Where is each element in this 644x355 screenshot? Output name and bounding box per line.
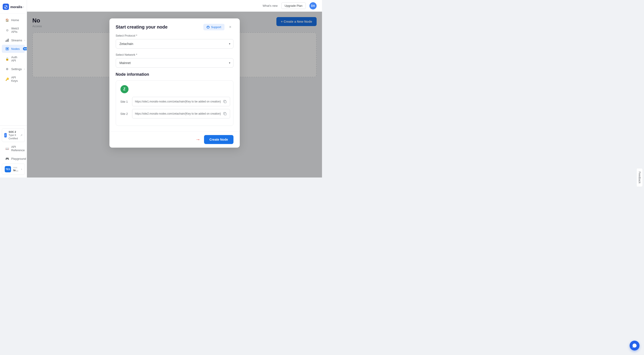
modal-header-actions: Support × [203, 24, 234, 30]
project-avatar: TES [5, 166, 11, 172]
project-chevron-icon: › [21, 168, 22, 171]
network-field: Select Network * Mainnet Testnet ▾ [116, 53, 234, 68]
node-info-title: Node information [116, 72, 234, 77]
protocol-select-wrapper: Zetachain Ethereum Polygon Binance Smart… [116, 39, 234, 48]
soc2-subtitle: Type II Certified [8, 134, 18, 140]
settings-icon: ⚙ [6, 67, 9, 71]
brand-name: moralis [10, 5, 22, 9]
svg-rect-10 [224, 113, 226, 115]
site1-label: Site 1 [120, 100, 130, 103]
modal-close-button[interactable]: × [227, 24, 234, 30]
project-name: test_project [13, 169, 19, 172]
auth-api-icon: 🔒 [6, 57, 9, 61]
support-label: Support [211, 26, 221, 29]
network-label: Select Network * [116, 53, 234, 56]
api-keys-icon: 🔑 [6, 77, 9, 81]
network-select[interactable]: Mainnet Testnet [116, 58, 234, 68]
copy-icon [223, 100, 227, 103]
protocol-label: Select Protocol * [116, 34, 234, 37]
sidebar-item-auth-api-label: Auth API [11, 56, 21, 62]
modal-title: Start creating your node [116, 24, 168, 30]
main-content: What's new Upgrade Plan DA No Access + C… [27, 0, 322, 178]
sidebar-item-settings-label: Settings [11, 68, 22, 71]
soc2-badge[interactable]: ✓ SOC 2 Type II Certified ↗ [2, 128, 25, 142]
svg-rect-7 [207, 27, 208, 28]
copy-icon-2 [223, 112, 227, 116]
home-icon: 🏠 [6, 18, 9, 22]
svg-rect-1 [6, 40, 6, 42]
nodes-icon [6, 47, 9, 50]
protocol-field: Select Protocol * Zetachain Ethereum Pol… [116, 34, 234, 48]
sidebar-item-api-reference[interactable]: 📖 API Reference [2, 143, 25, 154]
logo[interactable]: moralis [3, 4, 22, 10]
sidebar: moralis ‹ 🏠 Home ⊙ Web3 APIs Streams › N… [0, 0, 27, 178]
streams-chevron-icon: › [24, 39, 25, 42]
streams-icon [6, 38, 9, 42]
svg-rect-8 [209, 27, 209, 28]
site2-label: Site 2 [120, 112, 130, 116]
support-button[interactable]: Support [203, 24, 224, 30]
svg-rect-2 [7, 40, 8, 42]
protocol-select[interactable]: Zetachain Ethereum Polygon Binance Smart… [116, 39, 234, 48]
sidebar-item-web3-apis[interactable]: ⊙ Web3 APIs [2, 24, 25, 36]
playground-icon: 🎮 [6, 157, 9, 160]
sidebar-item-home-label: Home [11, 18, 19, 22]
whats-new-link[interactable]: What's new [263, 4, 278, 8]
node-info-section: Node information Z Site 1 https://site1.… [116, 72, 234, 126]
sidebar-item-api-keys[interactable]: 🔑 API Keys [2, 74, 25, 85]
sidebar-item-nodes-label: Nodes [11, 47, 20, 50]
sidebar-item-nodes[interactable]: Nodes New [2, 45, 25, 53]
sidebar-item-streams[interactable]: Streams › [2, 36, 25, 44]
arrow-hint-icon: → [196, 136, 200, 142]
sidebar-item-web3-apis-label: Web3 APIs [11, 27, 21, 34]
sidebar-nav: 🏠 Home ⊙ Web3 APIs Streams › Nodes New 🔒… [0, 14, 27, 125]
api-reference-icon: 📖 [6, 147, 9, 150]
soc2-title: SOC 2 [8, 130, 18, 134]
site2-url-field: https://site2.moralis-nodes.com/zetachai… [132, 109, 230, 118]
create-node-submit-button[interactable]: Create Node [204, 135, 233, 144]
svg-rect-9 [224, 101, 226, 103]
network-select-wrapper: Mainnet Testnet ▾ [116, 58, 234, 68]
site2-row: Site 2 https://site2.moralis-nodes.com/z… [120, 109, 229, 118]
sidebar-item-streams-label: Streams [11, 39, 22, 42]
sidebar-logo: moralis ‹ [0, 0, 27, 14]
upgrade-plan-button[interactable]: Upgrade Plan [281, 2, 306, 9]
node-info-card: Z Site 1 https://site1.moralis-nodes.com… [116, 80, 234, 126]
modal-header: Start creating your node Support × [110, 18, 240, 34]
web3-apis-icon: ⊙ [6, 28, 9, 32]
soc2-link-icon: ↗ [20, 134, 22, 137]
sidebar-item-auth-api[interactable]: 🔒 Auth API [2, 53, 25, 64]
project-label: xxx [13, 166, 19, 169]
site2-copy-button[interactable] [223, 112, 227, 116]
site1-url-field: https://site1.moralis-nodes.com/zetachai… [132, 97, 230, 106]
nodes-new-badge: New [23, 47, 27, 50]
headphones-icon [206, 26, 210, 29]
topbar: What's new Upgrade Plan DA [27, 0, 322, 12]
soc2-check-icon: ✓ [4, 133, 7, 138]
site1-url-text: https://site1.moralis-nodes.com/zetachai… [135, 100, 221, 103]
sidebar-item-home[interactable]: 🏠 Home [2, 16, 25, 24]
sidebar-item-playground[interactable]: 🎮 Playground [2, 154, 25, 163]
project-info: xxx test_project [13, 166, 19, 172]
sidebar-collapse-button[interactable]: ‹ [23, 5, 24, 8]
content-area: No Access + Create a New Node Feedback S… [27, 12, 322, 178]
project-switcher[interactable]: TES xxx test_project › [2, 164, 25, 175]
soc2-text: SOC 2 Type II Certified [8, 130, 18, 140]
sidebar-item-api-keys-label: API Keys [11, 76, 21, 82]
site1-row: Site 1 https://site1.moralis-nodes.com/z… [120, 97, 229, 106]
sidebar-item-api-reference-label: API Reference [11, 145, 25, 152]
settings-chevron-icon: › [24, 68, 25, 70]
sidebar-item-playground-label: Playground [11, 157, 26, 160]
user-avatar[interactable]: DA [310, 2, 316, 10]
sidebar-bottom: ✓ SOC 2 Type II Certified ↗ 📖 API Refere… [0, 125, 27, 178]
sidebar-item-settings[interactable]: ⚙ Settings › [2, 65, 25, 73]
site1-copy-button[interactable] [223, 99, 227, 104]
site2-url-text: https://site2.moralis-nodes.com/zetachai… [135, 112, 221, 115]
modal-footer: → Create Node [110, 131, 240, 148]
modal-body: Select Protocol * Zetachain Ethereum Pol… [110, 34, 240, 131]
create-node-modal: Start creating your node Support × [110, 18, 240, 148]
moralis-logo-icon [3, 4, 9, 10]
svg-rect-5 [6, 48, 8, 50]
modal-overlay: Start creating your node Support × [27, 12, 322, 178]
svg-rect-3 [8, 39, 8, 42]
